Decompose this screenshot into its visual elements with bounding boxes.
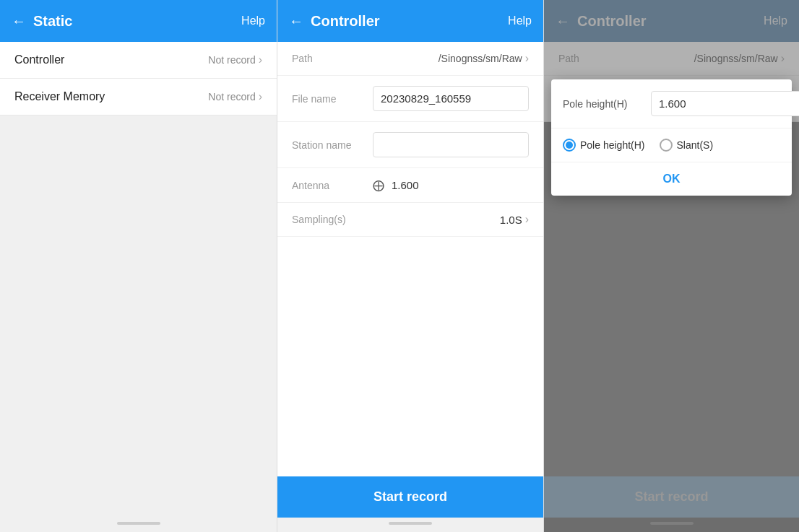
dialog-ok-button[interactable]: OK xyxy=(551,162,792,196)
panel1-bottom-handle xyxy=(0,518,277,532)
receiver-memory-chevron: › xyxy=(259,90,262,103)
path-chevron: › xyxy=(525,52,529,65)
sampling-chevron: › xyxy=(525,213,529,226)
panel2-start-record-button[interactable]: Start record xyxy=(277,476,543,518)
panel1-empty-area xyxy=(0,115,277,518)
receiver-memory-label: Receiver Memory xyxy=(14,90,105,103)
pole-height-dialog: Pole height(H) Pole height(H) Slant(S) O… xyxy=(551,79,792,196)
file-name-row: File name xyxy=(277,76,543,122)
radio-slant-circle[interactable] xyxy=(660,139,673,152)
panel2-handle-bar xyxy=(389,522,432,525)
panel1-title: Static xyxy=(33,13,72,30)
controller-status: Not record xyxy=(208,54,255,66)
station-name-row: Station name xyxy=(277,122,543,168)
panel2-help-button[interactable]: Help xyxy=(508,14,532,27)
dialog-radio-row: Pole height(H) Slant(S) xyxy=(551,128,792,162)
panel2-header: ← Controller Help xyxy=(277,0,543,42)
file-name-label: File name xyxy=(292,93,364,105)
sampling-value: 1.0S xyxy=(500,214,522,226)
radio-pole-height[interactable]: Pole height(H) xyxy=(563,139,645,152)
panel1-handle-bar xyxy=(117,522,160,525)
station-name-input[interactable] xyxy=(373,132,529,157)
path-row[interactable]: Path /Sinognss/sm/Raw › xyxy=(277,42,543,76)
panel1-help-button[interactable]: Help xyxy=(241,14,265,27)
radio-slant[interactable]: Slant(S) xyxy=(660,139,714,152)
radio-pole-height-circle[interactable] xyxy=(563,139,576,152)
dialog-pole-height-label: Pole height(H) xyxy=(563,98,642,110)
controller-chevron: › xyxy=(259,53,262,66)
antenna-icon: ⨁ xyxy=(373,178,384,192)
panel2-title: Controller xyxy=(311,13,380,30)
file-name-input[interactable] xyxy=(373,86,529,111)
station-name-label: Station name xyxy=(292,139,364,151)
controller-menu-item[interactable]: Controller Not record › xyxy=(0,42,277,79)
radio-slant-label: Slant(S) xyxy=(677,139,714,151)
path-label: Path xyxy=(292,53,313,64)
panel2-back-button[interactable]: ← xyxy=(289,13,303,30)
panel2-form-body: Path /Sinognss/sm/Raw › File name Statio… xyxy=(277,42,543,476)
panel2-bottom-handle xyxy=(277,518,543,532)
controller-label: Controller xyxy=(14,53,64,66)
receiver-memory-menu-item[interactable]: Receiver Memory Not record › xyxy=(0,79,277,115)
panel1-header: ← Static Help xyxy=(0,0,277,42)
path-value: /Sinognss/sm/Raw xyxy=(439,53,522,64)
sampling-label: Sampling(s) xyxy=(292,214,364,225)
panel-static: ← Static Help Controller Not record › Re… xyxy=(0,0,277,532)
antenna-label: Antenna xyxy=(292,180,364,191)
dialog-pole-height-input[interactable] xyxy=(651,91,799,116)
radio-pole-height-label: Pole height(H) xyxy=(580,139,645,151)
panel-controller: ← Controller Help Path /Sinognss/sm/Raw … xyxy=(277,0,544,532)
panel-controller-dialog: ← Controller Help Path /Sinognss/sm/Raw … xyxy=(544,0,799,532)
antenna-value: 1.600 xyxy=(392,179,419,191)
antenna-row[interactable]: Antenna ⨁ 1.600 xyxy=(277,168,543,203)
dialog-pole-height-row: Pole height(H) xyxy=(551,79,792,128)
receiver-memory-status: Not record xyxy=(208,91,255,103)
sampling-row[interactable]: Sampling(s) 1.0S › xyxy=(277,203,543,237)
panel1-back-button[interactable]: ← xyxy=(12,13,26,30)
